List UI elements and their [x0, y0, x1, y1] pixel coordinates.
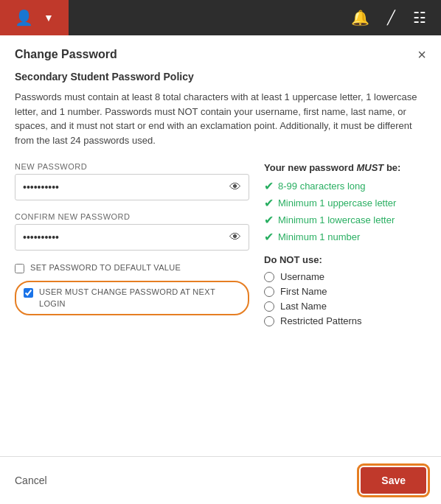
chevron-down-icon[interactable]: ▼	[44, 12, 54, 24]
req-lowercase-check-icon: ✔	[264, 213, 274, 227]
form-left: NEW PASSWORD 👁 CONFIRM NEW PASSWORD 👁 SE…	[15, 162, 249, 330]
modal-title: Change Password	[15, 48, 117, 61]
req-length-text: 8-99 characters long	[278, 181, 366, 192]
req-uppercase-check-icon: ✔	[264, 196, 274, 210]
set-default-checkbox[interactable]	[15, 264, 24, 273]
new-password-eye-icon[interactable]: 👁	[222, 175, 249, 200]
confirm-password-input[interactable]	[15, 225, 222, 249]
lastname-radio-icon	[264, 301, 274, 312]
req-length: ✔ 8-99 characters long	[264, 179, 426, 193]
new-password-wrapper: 👁	[15, 174, 249, 200]
req-length-check-icon: ✔	[264, 179, 274, 193]
do-not-username: Username	[264, 271, 426, 282]
grid-icon[interactable]: ☷	[413, 9, 426, 27]
modal-footer: Cancel Save	[0, 456, 441, 504]
do-not-lastname: Last Name	[264, 301, 426, 312]
req-number: ✔ Minimum 1 number	[264, 230, 426, 244]
set-default-label: SET PASSWORD TO DEFAULT VALUE	[30, 262, 181, 273]
close-button[interactable]: ×	[417, 47, 426, 62]
bell-icon[interactable]: 🔔	[351, 9, 369, 27]
form-section: NEW PASSWORD 👁 CONFIRM NEW PASSWORD 👁 SE…	[15, 162, 426, 330]
top-navigation: 👤 ▼ 🔔 ╱ ☷	[0, 0, 441, 35]
must-change-highlighted: USER MUST CHANGE PASSWORD AT NEXT LOGIN	[15, 281, 249, 315]
modal-header: Change Password ×	[0, 35, 441, 71]
cancel-button[interactable]: Cancel	[15, 475, 47, 486]
do-not-title: Do NOT use:	[264, 254, 426, 265]
user-icon[interactable]: 👤	[15, 9, 33, 27]
confirm-password-eye-icon[interactable]: 👁	[222, 225, 249, 250]
modal-body: Secondary Student Password Policy Passwo…	[0, 71, 441, 456]
req-lowercase-text: Minimum 1 lowercase letter	[278, 214, 395, 225]
save-button[interactable]: Save	[361, 467, 426, 494]
username-radio-icon	[264, 272, 274, 282]
restricted-radio-icon	[264, 316, 274, 326]
nav-dark-section: 🔔 ╱ ☷	[69, 0, 441, 35]
new-password-label: NEW PASSWORD	[15, 162, 249, 171]
must-change-container: USER MUST CHANGE PASSWORD AT NEXT LOGIN	[15, 281, 249, 315]
chart-icon[interactable]: ╱	[387, 10, 395, 26]
do-not-restricted-text: Restricted Patterns	[280, 315, 362, 326]
confirm-password-wrapper: 👁	[15, 224, 249, 251]
req-uppercase: ✔ Minimum 1 uppercase letter	[264, 196, 426, 210]
do-not-lastname-text: Last Name	[280, 301, 327, 312]
confirm-password-label: CONFIRM NEW PASSWORD	[15, 212, 249, 221]
policy-title: Secondary Student Password Policy	[15, 71, 426, 83]
change-password-modal: Change Password × Secondary Student Pass…	[0, 35, 441, 504]
set-default-row: SET PASSWORD TO DEFAULT VALUE	[15, 262, 249, 273]
new-password-input[interactable]	[15, 175, 222, 199]
nav-red-section: 👤 ▼	[0, 0, 69, 35]
do-not-firstname: First Name	[264, 286, 426, 297]
req-uppercase-text: Minimum 1 uppercase letter	[278, 197, 396, 209]
req-number-text: Minimum 1 number	[278, 231, 360, 242]
req-lowercase: ✔ Minimum 1 lowercase letter	[264, 213, 426, 227]
do-not-restricted: Restricted Patterns	[264, 315, 426, 326]
policy-text: Passwords must contain at least 8 total …	[15, 90, 426, 147]
must-change-checkbox[interactable]	[24, 288, 33, 298]
must-be-title: Your new password MUST be:	[264, 162, 426, 173]
must-change-label: USER MUST CHANGE PASSWORD AT NEXT LOGIN	[39, 287, 240, 309]
firstname-radio-icon	[264, 287, 274, 297]
req-number-check-icon: ✔	[264, 230, 274, 244]
form-right: Your new password MUST be: ✔ 8-99 charac…	[264, 162, 426, 330]
do-not-firstname-text: First Name	[280, 286, 327, 297]
do-not-username-text: Username	[280, 271, 324, 282]
